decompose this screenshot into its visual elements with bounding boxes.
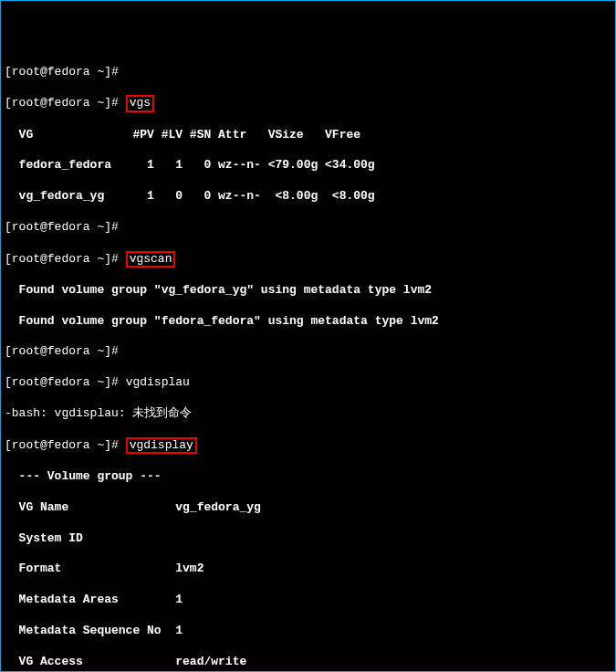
cmd-vgscan: vgscan [130, 252, 172, 266]
prompt: [root@fedora ~]# [5, 252, 119, 266]
scan-output: Found volume group "vg_fedora_yg" using … [5, 283, 611, 299]
line-cmd-vgscan: [root@fedora ~]# vgscan [5, 251, 611, 268]
prompt: [root@fedora ~]# [5, 438, 119, 452]
cmd-vgdisplay: vgdisplay [130, 438, 193, 452]
cmd-vgdisplau: vgdisplau [126, 375, 190, 389]
scan-output: Found volume group "fedora_fedora" using… [5, 314, 611, 330]
highlight-vgscan: vgscan [126, 251, 176, 268]
line-error: -bash: vgdisplau: 未找到命令 [5, 406, 611, 422]
vg1-sysid: System ID [5, 531, 611, 547]
line-prompt: [root@fedora ~]# [5, 65, 611, 80]
cmd-vgs: vgs [130, 96, 151, 110]
vg1-mareas: Metadata Areas 1 [5, 593, 611, 608]
line-prompt: [root@fedora ~]# [5, 344, 611, 360]
prompt: [root@fedora ~]# [5, 220, 119, 234]
highlight-vgdisplay: vgdisplay [126, 437, 197, 454]
vgs-row: vg_fedora_yg 1 0 0 wz--n- <8.00g <8.00g [5, 189, 611, 205]
vg-heading: --- Volume group --- [5, 469, 611, 485]
vg1-mseq: Metadata Sequence No 1 [5, 624, 611, 639]
line-cmd-typo: [root@fedora ~]# vgdisplau [5, 375, 611, 391]
vgs-row: fedora_fedora 1 1 0 wz--n- <79.00g <34.0… [5, 158, 611, 173]
vgs-header: VG #PV #LV #SN Attr VSize VFree [5, 128, 611, 143]
prompt: [root@fedora ~]# [5, 65, 119, 79]
prompt: [root@fedora ~]# [5, 96, 119, 110]
line-cmd-vgs: [root@fedora ~]# vgs [5, 95, 611, 111]
line-prompt: [root@fedora ~]# [5, 220, 611, 236]
vg1-name: VG Name vg_fedora_yg [5, 500, 611, 516]
vg1-access: VG Access read/write [5, 655, 611, 670]
vg1-format: Format lvm2 [5, 562, 611, 577]
line-cmd-vgdisplay: [root@fedora ~]# vgdisplay [5, 437, 611, 454]
highlight-vgs: vgs [126, 95, 154, 111]
prompt: [root@fedora ~]# [5, 344, 119, 358]
prompt: [root@fedora ~]# [5, 375, 119, 389]
